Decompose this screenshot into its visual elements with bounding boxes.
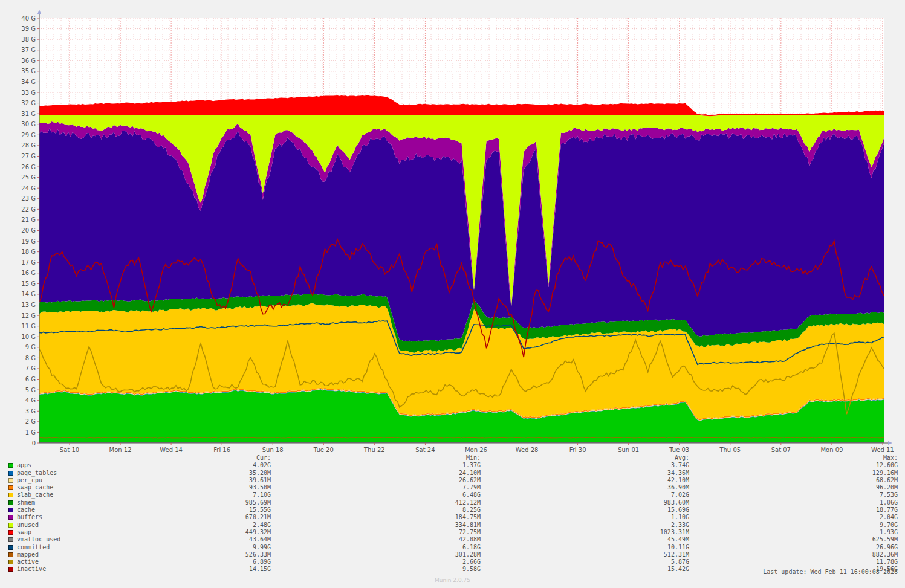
legend-value: 3.74G (671, 462, 689, 469)
legend-row: slab_cache7.10G6.48G7.02G7.53G (0, 491, 905, 499)
legend-swatch (8, 508, 13, 512)
legend-value: 96.20M (876, 484, 898, 491)
y-tick-label: 28 G (21, 142, 36, 149)
legend-value: 6.89G (253, 558, 271, 566)
legend-row: page_tables35.20M24.10M34.36M129.16M (0, 470, 905, 477)
x-tick-label: Sun 18 (262, 447, 284, 453)
y-tick-label: 3 G (25, 408, 36, 415)
legend-value: 9.99G (253, 544, 271, 551)
x-tick-label: Sun 01 (618, 447, 639, 453)
legend-row: per_cpu39.61M26.62M42.10M68.62M (0, 477, 905, 484)
y-tick-label: 32 G (21, 100, 36, 106)
legend-value: 14.15G (249, 566, 271, 573)
legend-row: shmem985.69M412.12M983.60M1.06G (0, 499, 905, 506)
legend-series-name: committed (17, 544, 50, 551)
legend-value: 7.79M (462, 484, 481, 491)
legend-value: 15.55G (249, 506, 271, 514)
legend-row: active6.89G2.66G5.87G11.78G (0, 558, 905, 566)
legend-swatch (8, 560, 13, 564)
legend-row: swap449.32M72.75M1023.31M1.93G (0, 529, 905, 536)
legend-value: 2.33G (671, 522, 689, 529)
y-tick-label: 6 G (25, 376, 36, 383)
y-tick-label: 30 G (21, 121, 36, 128)
legend-value: 72.75M (459, 529, 481, 536)
y-tick-label: 5 G (25, 387, 36, 393)
legend-value: 1.93G (880, 529, 898, 536)
x-tick-label: Wed 14 (160, 447, 183, 453)
legend-value: 985.69M (245, 499, 271, 506)
last-update: Last update: Wed Feb 11 16:00:08 2026 (763, 569, 898, 575)
x-tick-label: Sat 10 (60, 447, 79, 453)
legend-value: 670.21M (245, 514, 271, 521)
legend-swatch (8, 515, 13, 520)
legend-swatch (8, 471, 13, 476)
legend-value: 11.78G (876, 558, 898, 566)
y-tick-label: 26 G (21, 164, 36, 170)
legend-series-name: swap_cache (17, 484, 53, 491)
legend-value: 7.02G (671, 491, 689, 499)
legend-series-name: slab_cache (17, 491, 53, 499)
legend-swatch (8, 500, 13, 505)
legend-value: 93.50M (249, 484, 271, 491)
y-tick-label: 12 G (21, 312, 36, 319)
legend-value: 882.36M (872, 551, 898, 558)
y-tick-label: 16 G (21, 270, 36, 276)
y-tick-label: 8 G (25, 355, 36, 361)
legend-row: vmalloc_used43.64M42.08M45.49M625.59M (0, 536, 905, 543)
legend-value: 1.10G (671, 514, 689, 521)
legend-row: unused2.48G334.81M2.33G9.70G (0, 522, 905, 529)
x-tick-label: Mon 09 (820, 447, 843, 453)
legend-series-name: page_tables (17, 470, 57, 477)
legend-swatch (8, 552, 13, 557)
legend-swatch (8, 523, 13, 528)
legend-value: 24.10M (459, 470, 481, 477)
legend: Cur:Min:Avg:Max:apps4.02G1.37G3.74G12.60… (0, 454, 905, 573)
y-tick-label: 37 G (21, 47, 36, 53)
legend-series-name: shmem (17, 499, 35, 506)
y-tick-label: 39 G (21, 25, 36, 32)
legend-swatch (8, 537, 13, 542)
legend-series-name: buffers (17, 514, 42, 521)
legend-series-name: per_cpu (17, 477, 42, 484)
legend-value: 26.62M (459, 477, 481, 484)
y-tick-label: 2 G (25, 418, 36, 425)
legend-value: 7.53G (880, 491, 898, 499)
legend-swatch (8, 567, 13, 572)
legend-series-name: active (17, 558, 39, 566)
legend-swatch (8, 493, 13, 497)
legend-value: 45.49M (667, 536, 689, 543)
legend-value: 12.60G (876, 462, 898, 469)
y-tick-label: 1 G (25, 429, 36, 436)
x-tick-label: Thu 22 (363, 447, 385, 453)
legend-value: 449.32M (245, 529, 271, 536)
y-tick-label: 33 G (21, 89, 36, 96)
legend-series-name: vmalloc_used (17, 536, 60, 543)
x-tick-label: Tue 03 (669, 447, 689, 453)
legend-value: 983.60M (664, 499, 689, 506)
legend-header: Max: (883, 454, 898, 462)
legend-series-name: cache (17, 506, 35, 514)
y-tick-label: 0 (32, 440, 36, 447)
legend-value: 34.36M (667, 470, 689, 477)
legend-value: 8.25G (462, 506, 481, 514)
y-tick-label: 35 G (21, 68, 36, 74)
y-tick-label: 11 G (21, 323, 36, 329)
y-tick-label: 14 G (21, 291, 36, 297)
legend-value: 2.48G (253, 522, 271, 529)
legend-value: 184.75M (455, 514, 481, 521)
legend-swatch (8, 530, 13, 535)
line-mapped (39, 438, 884, 438)
y-tick-label: 7 G (25, 365, 36, 372)
x-tick-label: Wed 28 (516, 447, 539, 453)
x-tick-label: Tue 20 (313, 447, 334, 453)
y-tick-label: 25 G (21, 174, 36, 181)
legend-value: 2.04G (880, 514, 898, 521)
legend-row: apps4.02G1.37G3.74G12.60G (0, 462, 905, 469)
legend-value: 43.64M (249, 536, 271, 543)
legend-value: 1.37G (462, 462, 481, 469)
y-tick-label: 23 G (21, 195, 36, 202)
y-tick-label: 17 G (21, 259, 36, 266)
memory-usage-chart: 01 G2 G3 G4 G5 G6 G7 G8 G9 G10 G11 G12 G… (0, 0, 905, 454)
y-tick-label: 40 G (21, 15, 36, 22)
x-tick-label: Mon 26 (465, 447, 487, 453)
